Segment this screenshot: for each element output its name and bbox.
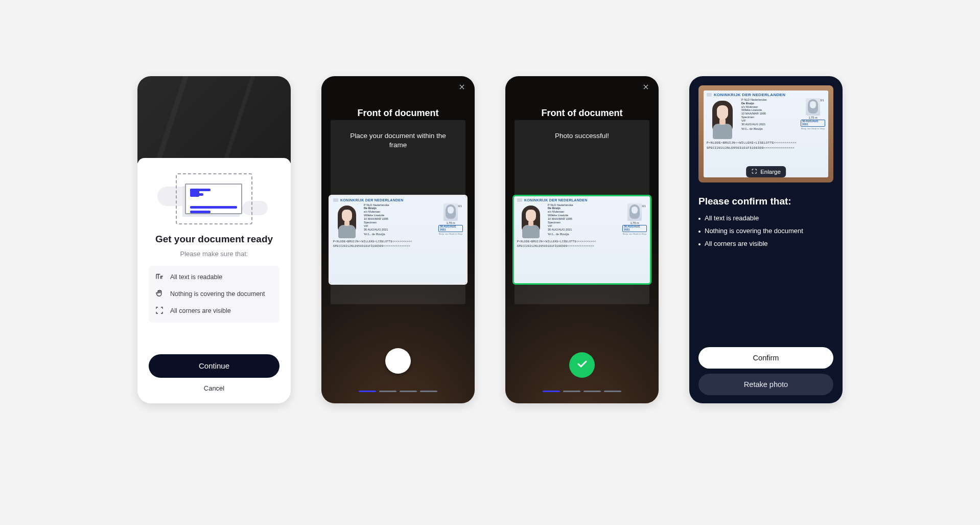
- progress-step-4: [420, 391, 437, 392]
- four-screen-showcase: Get your document ready Please make sure…: [102, 56, 878, 470]
- passport-photo: [333, 203, 361, 239]
- passport-header: KONINKRIJK DER NEDERLANDEN: [524, 198, 588, 202]
- passport-signature: W.L. de Bruijn: [364, 232, 435, 236]
- tip-label: All corners are visible: [170, 307, 231, 314]
- passport-issue: 30 AUG/AUG 2021: [364, 228, 435, 231]
- continue-button[interactable]: Continue: [149, 354, 279, 378]
- passport-place: Specimen: [741, 116, 798, 119]
- screen-capture: Front of document Place your document wi…: [321, 76, 475, 403]
- capture-title: Front of document: [505, 108, 659, 119]
- progress-indicator: [359, 391, 437, 392]
- progress-indicator: [543, 391, 621, 392]
- passport-given-names: Willeke Liselotte: [548, 214, 619, 217]
- sheet-title: Get your document ready: [149, 234, 279, 245]
- passport-place: Specimen: [548, 221, 619, 224]
- list-item: All corners are visible: [698, 240, 833, 247]
- passport-issue: 30 AUG/AUG 2021: [548, 228, 619, 231]
- passport-sex: V/F: [741, 119, 798, 122]
- tip-label: All text is readable: [170, 273, 222, 281]
- document-illustration: [176, 173, 252, 224]
- capture-subtitle: Place your document within the frame: [342, 131, 454, 150]
- progress-step-2: [379, 391, 396, 392]
- nl-emblem-icon: [517, 198, 522, 202]
- progress-step-1: [543, 391, 560, 392]
- hand-icon: [155, 289, 164, 300]
- close-icon: [642, 83, 649, 93]
- passport-preview: KONINKRIJK DER NEDERLANDEN SPECI2021 P N…: [704, 90, 828, 177]
- sheet-subtitle: Please make sure that:: [149, 250, 279, 258]
- list-item-label: All text is readable: [705, 214, 759, 222]
- close-button[interactable]: [640, 82, 651, 94]
- passport-mrz-2: SPECI20212NLD9503101F3108309<<<<<<<<<<<<…: [517, 245, 647, 248]
- nl-emblem-icon: [333, 198, 338, 202]
- corners-icon: [155, 306, 164, 316]
- passport-given-prefix: e/v Molenaar: [548, 210, 619, 213]
- passport-authority: Burg. van Stad en Dorp: [439, 233, 462, 235]
- passport-height: 1,75 m: [446, 221, 455, 224]
- screen-capture-success: Front of document Photo successful! KONI…: [505, 76, 659, 403]
- passport-given-prefix: e/v Molenaar: [364, 210, 435, 213]
- list-item-label: Nothing is covering the document: [705, 227, 803, 235]
- passport-given-names: Willeke Liselotte: [741, 108, 798, 111]
- close-icon: [458, 83, 465, 93]
- list-item-label: All corners are visible: [705, 240, 768, 247]
- passport-height: 1,75 m: [630, 221, 639, 224]
- enlarge-button[interactable]: Enlarge: [746, 166, 786, 177]
- close-button[interactable]: [456, 82, 468, 94]
- text-icon: [155, 272, 164, 283]
- tip-cover: Nothing is covering the document: [155, 289, 273, 300]
- passport-sex: V/F: [364, 224, 435, 227]
- passport-authority: Burg. van Stad en Dorp: [801, 127, 825, 130]
- passport-surname: De Bruijn: [548, 207, 619, 210]
- progress-step-4: [604, 391, 621, 392]
- nl-emblem-icon: [707, 93, 712, 97]
- cancel-button[interactable]: Cancel: [149, 381, 279, 396]
- passport-sex: V/F: [548, 224, 619, 227]
- scan-frame: KONINKRIJK DER NEDERLANDEN SPECI2021 P N…: [329, 195, 468, 285]
- tips-box: All text is readable Nothing is covering…: [149, 266, 279, 323]
- passport-place: Specimen: [364, 221, 435, 224]
- passport-header: KONINKRIJK DER NEDERLANDEN: [340, 198, 404, 202]
- passport-signature: W.L. de Bruijn: [741, 127, 798, 131]
- passport-issue: 30 AUG/AUG 2021: [741, 123, 798, 126]
- passport-expiry: 30 AUG/AUG 2031: [438, 225, 463, 232]
- passport-photo: [707, 98, 738, 140]
- confirm-button[interactable]: Confirm: [698, 347, 833, 369]
- check-icon: [576, 358, 588, 372]
- passport-given-names: Willeke Liselotte: [364, 214, 435, 217]
- passport-ghost-photo: [806, 98, 820, 116]
- passport-header: KONINKRIJK DER NEDERLANDEN: [714, 93, 785, 97]
- passport-pnld: P NLD Nederlandse: [741, 98, 798, 101]
- passport-ghost-photo: [444, 203, 458, 221]
- passport-photo: [517, 203, 545, 239]
- passport-signature: W.L. de Bruijn: [548, 232, 619, 236]
- shutter-button[interactable]: [385, 348, 411, 374]
- progress-step-3: [584, 391, 601, 392]
- bottom-sheet: Get your document ready Please make sure…: [137, 158, 291, 403]
- captured-thumbnail: KONINKRIJK DER NEDERLANDEN SPECI2021 P N…: [698, 85, 833, 182]
- passport-ghost-photo: [627, 203, 642, 221]
- passport-surname: De Bruijn: [741, 102, 798, 105]
- progress-step-1: [359, 391, 376, 392]
- passport-surname: De Bruijn: [364, 207, 435, 210]
- passport-mrz-2: SPECI20212NLD9503101F3108309<<<<<<<<<<<<…: [707, 147, 825, 150]
- passport-expiry: 30 AUG/AUG 2031: [801, 120, 825, 127]
- list-item: All text is readable: [698, 214, 833, 222]
- tip-corners: All corners are visible: [155, 306, 273, 316]
- passport-mrz-1: P<NLDDE<BRUIJN<<WILLEKE<LISELOTTE<<<<<<<…: [707, 142, 825, 145]
- progress-step-3: [400, 391, 417, 392]
- wood-background: [137, 76, 291, 163]
- passport-expiry: 30 AUG/AUG 2031: [622, 225, 647, 232]
- list-item: Nothing is covering the document: [698, 227, 833, 235]
- passport-given-prefix: e/v Molenaar: [741, 105, 798, 108]
- retake-button[interactable]: Retake photo: [698, 374, 833, 395]
- passport-height: 1,75 m: [808, 116, 817, 119]
- confirm-heading: Please confirm that:: [698, 196, 833, 207]
- capture-title: Front of document: [321, 108, 475, 119]
- capture-subtitle: Photo successful!: [526, 131, 638, 141]
- expand-icon: [751, 168, 757, 175]
- progress-step-2: [563, 391, 580, 392]
- tip-label: Nothing is covering the document: [170, 290, 265, 298]
- passport-preview: KONINKRIJK DER NEDERLANDEN SPECI2021 P N…: [514, 196, 650, 283]
- passport-preview: KONINKRIJK DER NEDERLANDEN SPECI2021 P N…: [330, 196, 466, 283]
